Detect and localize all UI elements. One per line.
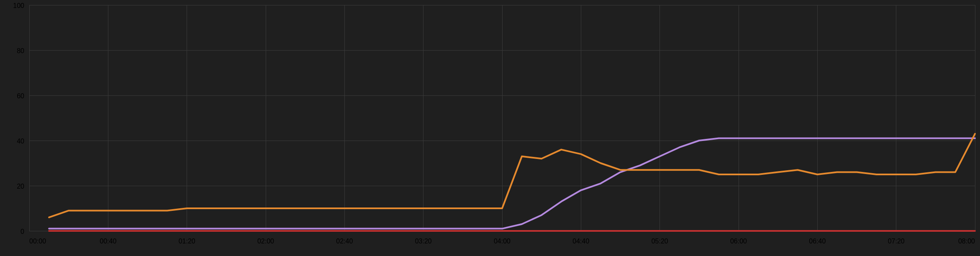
x-tick-label: 02:40 bbox=[336, 238, 353, 245]
x-tick-label: 06:00 bbox=[730, 238, 747, 245]
chart-container: 020406080100 00:0000:4001:2002:0002:4003… bbox=[0, 0, 980, 256]
y-tick-label: 40 bbox=[17, 138, 24, 145]
x-tick-label: 01:20 bbox=[179, 238, 195, 245]
x-tick-label: 00:40 bbox=[100, 238, 116, 245]
x-tick-label: 08:00 bbox=[958, 238, 975, 245]
x-axis: 00:0000:4001:2002:0002:4003:2004:0004:40… bbox=[29, 238, 975, 245]
y-tick-label: 0 bbox=[21, 228, 24, 235]
series-group bbox=[49, 134, 975, 231]
x-tick-label: 07:20 bbox=[888, 238, 905, 245]
x-tick-label: 05:20 bbox=[652, 238, 668, 245]
y-axis: 020406080100 bbox=[13, 2, 24, 235]
y-tick-label: 60 bbox=[17, 92, 24, 100]
y-tick-label: 80 bbox=[17, 47, 24, 54]
x-tick-label: 00:00 bbox=[29, 238, 46, 245]
y-tick-label: 100 bbox=[13, 2, 24, 9]
x-tick-label: 03:20 bbox=[415, 238, 432, 245]
grid bbox=[29, 5, 975, 231]
x-tick-label: 04:00 bbox=[494, 238, 511, 245]
x-tick-label: 06:40 bbox=[809, 238, 826, 245]
x-tick-label: 02:00 bbox=[257, 238, 274, 245]
x-tick-label: 04:40 bbox=[572, 238, 589, 245]
line-chart: 020406080100 00:0000:4001:2002:0002:4003… bbox=[0, 0, 980, 256]
series-orange bbox=[49, 134, 975, 218]
y-tick-label: 20 bbox=[17, 183, 24, 190]
